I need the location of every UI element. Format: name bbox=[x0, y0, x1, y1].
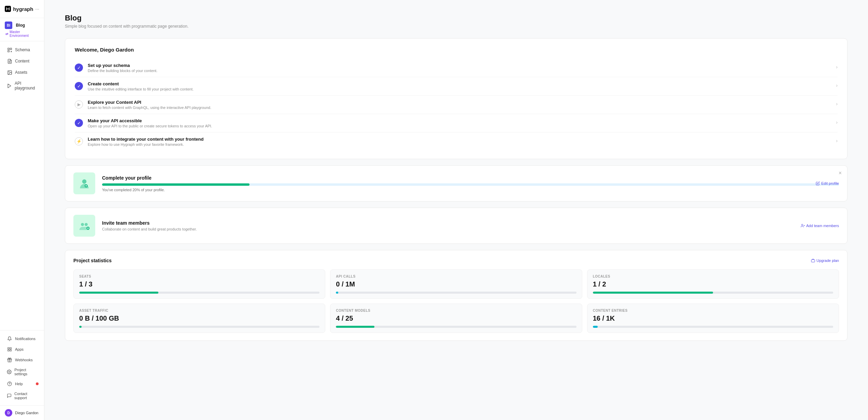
stat-bar-fill bbox=[79, 326, 82, 328]
stat-item: CONTENT MODELS 4 / 25 bbox=[330, 304, 582, 333]
user-avatar: D bbox=[5, 409, 12, 417]
svg-rect-13 bbox=[8, 350, 9, 351]
checklist: ✓ Set up your schema Define the building… bbox=[75, 59, 838, 151]
page-title: Blog bbox=[65, 14, 848, 23]
upgrade-plan-button[interactable]: Upgrade plan bbox=[811, 258, 839, 263]
user-name: Diego Gardon bbox=[15, 411, 39, 415]
stat-value: 4 / 25 bbox=[336, 314, 576, 322]
chevron-right-icon: › bbox=[836, 101, 838, 107]
chevron-right-icon: › bbox=[836, 83, 838, 88]
assets-icon bbox=[7, 70, 12, 75]
upgrade-icon bbox=[811, 258, 815, 263]
stat-value: 0 B / 100 GB bbox=[79, 314, 319, 322]
checklist-item[interactable]: ⚡ Learn how to integrate your content wi… bbox=[75, 132, 838, 151]
checklist-text: Learn how to integrate your content with… bbox=[88, 137, 831, 146]
api-playground-label: API playground bbox=[15, 81, 37, 90]
chat-icon bbox=[7, 393, 12, 398]
bottom-nav: Notifications Apps Webhooks Project sett… bbox=[0, 330, 44, 405]
checklist-item-desc: Use the intuitive editing interface to f… bbox=[88, 87, 831, 91]
gear-icon bbox=[7, 369, 12, 375]
user-profile-row[interactable]: D Diego Gardon bbox=[0, 405, 44, 420]
content-icon bbox=[7, 58, 12, 64]
help-notification-dot bbox=[36, 382, 39, 385]
logo-text: hygraph bbox=[13, 6, 33, 12]
welcome-title: Welcome, Diego Gardon bbox=[75, 47, 838, 53]
stat-bar-fill bbox=[593, 292, 713, 294]
env-label: Master Environment bbox=[10, 30, 39, 38]
checklist-item[interactable]: ✓ Set up your schema Define the building… bbox=[75, 59, 838, 77]
project-info[interactable]: BI Blog ⇄ Master Environment bbox=[0, 18, 44, 41]
svg-point-20 bbox=[85, 223, 88, 226]
invite-card-desc: Collaborate on content and build great p… bbox=[102, 227, 839, 231]
edit-profile-label: Edit profile bbox=[821, 181, 839, 185]
check-done-icon: ✓ bbox=[75, 82, 83, 90]
apps-label: Apps bbox=[15, 347, 24, 351]
sidebar-item-apps[interactable]: Apps bbox=[2, 344, 42, 354]
svg-marker-9 bbox=[8, 84, 11, 87]
check-pending-icon: ⚡ bbox=[75, 137, 83, 145]
stat-item: CONTENT ENTRIES 16 / 1K bbox=[587, 304, 839, 333]
chevron-right-icon: › bbox=[836, 138, 838, 143]
contact-support-label: Contact support bbox=[14, 392, 37, 400]
add-team-members-button[interactable]: Add team members bbox=[801, 224, 839, 228]
sidebar-item-schema[interactable]: Schema bbox=[2, 44, 42, 55]
stat-bar-fill bbox=[336, 326, 374, 328]
webhook-icon bbox=[7, 357, 12, 363]
sidebar-item-notifications[interactable]: Notifications bbox=[2, 334, 42, 344]
profile-illustration bbox=[78, 177, 90, 190]
sidebar-item-webhooks[interactable]: Webhooks bbox=[2, 355, 42, 365]
svg-rect-12 bbox=[10, 350, 11, 351]
stats-grid: SEATS 1 / 3 API CALLS 0 / 1M LOCALES 1 /… bbox=[73, 269, 839, 333]
checklist-item-desc: Define the building blocks of your conte… bbox=[88, 69, 831, 73]
checklist-text: Explore your Content API Learn to fetch … bbox=[88, 100, 831, 110]
checklist-item[interactable]: ▶ Explore your Content API Learn to fetc… bbox=[75, 96, 838, 114]
logo-menu-icon[interactable]: ··· bbox=[35, 6, 39, 12]
logo-row[interactable]: hygraph ··· bbox=[0, 0, 44, 18]
checklist-item-title: Learn how to integrate your content with… bbox=[88, 137, 831, 142]
notifications-label: Notifications bbox=[15, 337, 35, 341]
close-profile-card-button[interactable]: × bbox=[839, 170, 842, 176]
welcome-card: Welcome, Diego Gardon ✓ Set up your sche… bbox=[65, 38, 848, 159]
help-label: Help bbox=[15, 382, 23, 386]
checklist-text: Make your API accessible Open up your AP… bbox=[88, 118, 831, 128]
sidebar: hygraph ··· BI Blog ⇄ Master Environment… bbox=[0, 0, 44, 420]
stat-bar-wrap bbox=[593, 292, 833, 294]
checklist-item-title: Explore your Content API bbox=[88, 100, 831, 105]
stat-label: API CALLS bbox=[336, 275, 576, 278]
sidebar-item-help[interactable]: Help bbox=[2, 379, 42, 389]
edit-profile-button[interactable]: Edit profile bbox=[816, 181, 839, 185]
upgrade-label: Upgrade plan bbox=[816, 258, 839, 263]
sidebar-item-contact-support[interactable]: Contact support bbox=[2, 389, 42, 402]
env-icon: ⇄ bbox=[5, 32, 8, 36]
check-pending-icon: ▶ bbox=[75, 100, 83, 109]
sidebar-item-assets[interactable]: Assets bbox=[2, 67, 42, 78]
project-settings-label: Project settings bbox=[14, 368, 37, 376]
page-subtitle: Simple blog focused on content with prog… bbox=[65, 24, 848, 29]
sidebar-item-project-settings[interactable]: Project settings bbox=[2, 365, 42, 378]
svg-rect-25 bbox=[811, 260, 815, 262]
stat-value: 1 / 3 bbox=[79, 280, 319, 288]
stat-bar-wrap bbox=[593, 326, 833, 328]
webhooks-label: Webhooks bbox=[15, 358, 33, 362]
help-icon bbox=[7, 381, 12, 387]
environment-row: ⇄ Master Environment bbox=[5, 30, 39, 38]
stats-header: Project statistics Upgrade plan bbox=[73, 258, 839, 263]
stat-value: 16 / 1K bbox=[593, 314, 833, 322]
stat-bar-wrap bbox=[79, 292, 319, 294]
sidebar-item-api-playground[interactable]: API playground bbox=[2, 78, 42, 93]
stat-label: CONTENT MODELS bbox=[336, 309, 576, 312]
profile-progress-bar bbox=[102, 183, 839, 186]
stat-value: 1 / 2 bbox=[593, 280, 833, 288]
checklist-item[interactable]: ✓ Create content Use the intuitive editi… bbox=[75, 77, 838, 96]
main-nav: Schema Content Assets API playground bbox=[0, 41, 44, 330]
svg-rect-11 bbox=[10, 348, 11, 349]
schema-label: Schema bbox=[15, 47, 30, 52]
grid-icon bbox=[7, 347, 12, 352]
play-icon bbox=[7, 83, 12, 88]
stat-bar-wrap bbox=[336, 326, 576, 328]
sidebar-item-content[interactable]: Content bbox=[2, 56, 42, 67]
assets-label: Assets bbox=[15, 70, 27, 75]
svg-rect-3 bbox=[8, 50, 9, 52]
check-done-icon: ✓ bbox=[75, 64, 83, 72]
checklist-item[interactable]: ✓ Make your API accessible Open up your … bbox=[75, 114, 838, 132]
